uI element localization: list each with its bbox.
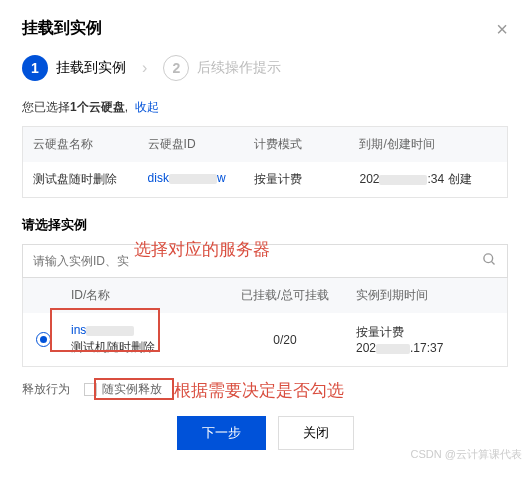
release-checkbox[interactable] bbox=[84, 383, 97, 396]
step-indicator: 1 挂载到实例 › 2 后续操作提示 bbox=[22, 55, 508, 81]
close-icon[interactable]: × bbox=[496, 19, 508, 39]
annotation-2: 根据需要决定是否勾选 bbox=[174, 379, 344, 402]
chevron-right-icon: › bbox=[142, 59, 147, 77]
col-mount-count: 已挂载/总可挂载 bbox=[222, 278, 348, 313]
step-2-number: 2 bbox=[163, 55, 189, 81]
col-disk-name: 云硬盘名称 bbox=[23, 127, 138, 162]
instance-id[interactable]: ins bbox=[71, 323, 214, 337]
instance-section: ID/名称 已挂载/总可挂载 实例到期时间 ins 测试机随时删除 0/20 按… bbox=[22, 244, 508, 367]
svg-point-0 bbox=[484, 254, 493, 263]
instance-id-cell: ins 测试机随时删除 bbox=[63, 317, 222, 362]
watermark: CSDN @云计算课代表 bbox=[411, 447, 522, 462]
instance-expire-cell: 按量计费 202.17:37 bbox=[348, 318, 507, 361]
step-1-number: 1 bbox=[22, 55, 48, 81]
redacted bbox=[376, 344, 410, 354]
release-behavior-row: 释放行为 随实例释放 根据需要决定是否勾选 bbox=[22, 381, 508, 398]
col-instance-id: ID/名称 bbox=[63, 278, 222, 313]
summary-prefix: 您已选择 bbox=[22, 100, 70, 114]
next-button[interactable]: 下一步 bbox=[177, 416, 266, 450]
col-disk-id: 云硬盘ID bbox=[138, 127, 244, 162]
svg-line-1 bbox=[491, 261, 494, 264]
selection-summary: 您已选择1个云硬盘, 收起 bbox=[22, 99, 508, 116]
search-icon[interactable] bbox=[482, 252, 497, 270]
step-2-label: 后续操作提示 bbox=[197, 59, 281, 77]
modal-title: 挂载到实例 bbox=[22, 18, 102, 39]
step-2: 2 后续操作提示 bbox=[163, 55, 281, 81]
instance-search-box[interactable] bbox=[22, 244, 508, 278]
disk-row: 测试盘随时删除 diskw 按量计费 202:34 创建 bbox=[23, 162, 507, 197]
redacted bbox=[379, 175, 427, 185]
instance-radio[interactable] bbox=[23, 326, 63, 353]
instance-mount-cell: 0/20 bbox=[222, 327, 348, 353]
disk-table: 云硬盘名称 云硬盘ID 计费模式 到期/创建时间 测试盘随时删除 diskw 按… bbox=[22, 126, 508, 198]
release-checkbox-label[interactable]: 随实例释放 bbox=[84, 381, 162, 398]
instance-table-header: ID/名称 已挂载/总可挂载 实例到期时间 bbox=[22, 278, 508, 313]
col-select bbox=[23, 278, 63, 313]
step-1: 1 挂载到实例 bbox=[22, 55, 126, 81]
col-expire: 实例到期时间 bbox=[348, 278, 507, 313]
col-time: 到期/创建时间 bbox=[349, 127, 507, 162]
instance-name: 测试机随时删除 bbox=[71, 339, 214, 356]
redacted bbox=[86, 326, 134, 336]
modal-footer: 下一步 关闭 bbox=[22, 416, 508, 450]
disk-time-cell: 202:34 创建 bbox=[349, 162, 507, 197]
release-label: 释放行为 bbox=[22, 381, 70, 398]
disk-id-cell[interactable]: diskw bbox=[138, 162, 244, 197]
summary-count: 1个云硬盘 bbox=[70, 100, 125, 114]
instance-row[interactable]: ins 测试机随时删除 0/20 按量计费 202.17:37 bbox=[22, 313, 508, 367]
close-button[interactable]: 关闭 bbox=[278, 416, 354, 450]
step-1-label: 挂载到实例 bbox=[56, 59, 126, 77]
instance-section-title: 请选择实例 bbox=[22, 216, 508, 234]
redacted bbox=[169, 174, 217, 184]
collapse-link[interactable]: 收起 bbox=[135, 100, 159, 114]
disk-billing-cell: 按量计费 bbox=[244, 162, 350, 197]
modal-header: 挂载到实例 × bbox=[22, 18, 508, 39]
disk-table-header: 云硬盘名称 云硬盘ID 计费模式 到期/创建时间 bbox=[23, 127, 507, 162]
disk-name-cell: 测试盘随时删除 bbox=[23, 162, 138, 197]
search-input[interactable] bbox=[33, 254, 482, 268]
mount-modal: 挂载到实例 × 1 挂载到实例 › 2 后续操作提示 您已选择1个云硬盘, 收起… bbox=[0, 0, 530, 464]
col-billing: 计费模式 bbox=[244, 127, 350, 162]
